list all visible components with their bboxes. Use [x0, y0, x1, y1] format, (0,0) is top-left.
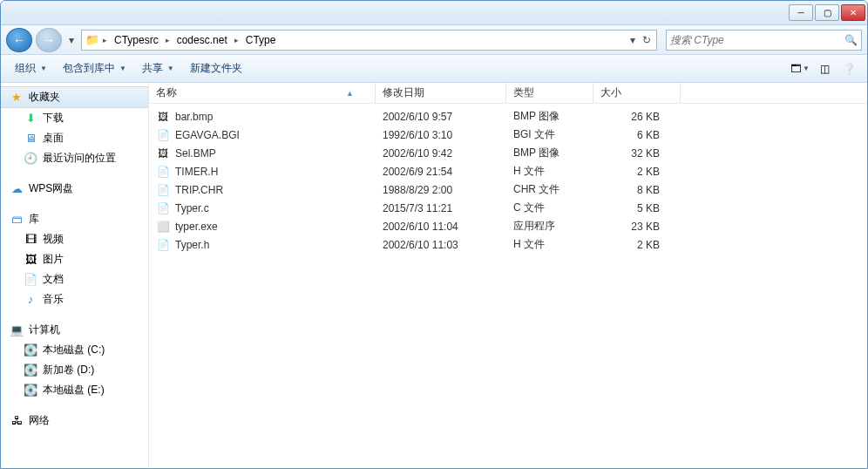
table-row[interactable]: 📄EGAVGA.BGI1992/6/10 3:10BGI 文件6 KB	[149, 126, 867, 144]
chevron-down-icon: ▼	[167, 65, 174, 72]
folder-icon: 📁	[85, 33, 99, 47]
file-icon: 📄	[156, 128, 170, 142]
file-type-cell: H 文件	[506, 237, 593, 252]
maximize-button[interactable]: ▢	[815, 4, 839, 21]
sidebar-item-label: 文档	[43, 272, 64, 287]
sidebar-item-videos[interactable]: 🎞视频	[1, 229, 148, 249]
share-button[interactable]: 共享▼	[135, 58, 181, 78]
table-row[interactable]: 🖼bar.bmp2002/6/10 9:57BMP 图像26 KB	[149, 107, 867, 126]
file-icon: 📄	[156, 238, 170, 252]
file-name: Sel.BMP	[175, 147, 216, 160]
sidebar-item-pictures[interactable]: 🖼图片	[1, 249, 148, 269]
network-icon: 🖧	[10, 414, 24, 428]
file-type-cell: BMP 图像	[506, 109, 593, 124]
share-label: 共享	[142, 61, 163, 76]
column-header-name[interactable]: 名称▲	[149, 83, 376, 103]
chevron-down-icon: ▼	[119, 65, 126, 72]
breadcrumb-seg[interactable]: CType	[241, 31, 281, 50]
pane-icon: ◫	[820, 63, 830, 75]
column-header-date[interactable]: 修改日期	[376, 83, 506, 103]
recent-icon: 🕘	[24, 152, 37, 166]
sidebar-item-label: 下载	[43, 111, 64, 126]
sidebar-item-drive-e[interactable]: 💽本地磁盘 (E:)	[1, 380, 148, 400]
table-row[interactable]: 📄TRIP.CHR1988/8/29 2:00CHR 文件8 KB	[149, 180, 867, 199]
refresh-icon: ↻	[642, 34, 651, 46]
back-button[interactable]: ←	[6, 28, 32, 52]
view-options-button[interactable]: 🗔▼	[789, 59, 811, 78]
file-name-cell: 📄EGAVGA.BGI	[149, 128, 376, 142]
file-name-cell: 📄Typer.h	[149, 238, 376, 252]
table-row[interactable]: 🖼Sel.BMP2002/6/10 9:42BMP 图像32 KB	[149, 144, 867, 162]
address-bar[interactable]: 📁 ▸ CTypesrc ▸ codesc.net ▸ CType ▾ ↻	[81, 30, 657, 51]
sidebar-computer-header[interactable]: 💻计算机	[1, 320, 148, 340]
sidebar-libraries-header[interactable]: 🗃库	[1, 209, 148, 229]
titlebar: ─ ▢ ✕	[1, 1, 867, 25]
table-row[interactable]: 📄TIMER.H2002/6/9 21:54H 文件2 KB	[149, 162, 867, 180]
breadcrumb-sep-icon: ▸	[233, 36, 241, 44]
breadcrumb-seg[interactable]: CTypesrc	[109, 31, 164, 50]
table-row[interactable]: 📄Typer.c2015/7/3 11:21C 文件5 KB	[149, 199, 867, 217]
drive-icon: 💽	[24, 343, 37, 357]
pictures-icon: 🖼	[24, 253, 37, 267]
organize-label: 组织	[15, 61, 36, 76]
column-header-size[interactable]: 大小	[593, 83, 681, 103]
download-icon: ⬇	[24, 112, 37, 126]
forward-button[interactable]: →	[36, 28, 62, 52]
sidebar-item-label: 本地磁盘 (C:)	[43, 343, 105, 357]
sidebar-favorites-header[interactable]: ★收藏夹	[1, 86, 148, 108]
new-folder-button[interactable]: 新建文件夹	[183, 58, 249, 78]
sidebar-item-downloads[interactable]: ⬇下载	[1, 108, 148, 128]
chevron-down-icon: ▼	[40, 65, 47, 72]
file-size-cell: 23 KB	[593, 221, 681, 233]
breadcrumb-seg[interactable]: codesc.net	[172, 31, 233, 50]
sidebar-item-label: WPS网盘	[29, 181, 73, 196]
file-date-cell: 1988/8/29 2:00	[376, 184, 506, 196]
sidebar-item-documents[interactable]: 📄文档	[1, 269, 148, 289]
sidebar-item-music[interactable]: ♪音乐	[1, 289, 148, 309]
sidebar-item-wps[interactable]: ☁WPS网盘	[1, 179, 148, 199]
organize-button[interactable]: 组织▼	[8, 58, 54, 78]
minimize-icon: ─	[797, 8, 804, 17]
star-icon: ★	[10, 91, 24, 105]
column-label: 修改日期	[383, 85, 424, 100]
file-name-cell: 🖼bar.bmp	[149, 110, 376, 124]
desktop-icon: 🖥	[24, 132, 37, 146]
sidebar-item-network[interactable]: 🖧网络	[1, 411, 148, 431]
file-name-cell: ⬜typer.exe	[149, 220, 376, 234]
documents-icon: 📄	[24, 273, 37, 287]
sidebar-item-drive-c[interactable]: 💽本地磁盘 (C:)	[1, 340, 148, 360]
sidebar-item-desktop[interactable]: 🖥桌面	[1, 128, 148, 148]
close-button[interactable]: ✕	[841, 4, 865, 21]
file-list: 🖼bar.bmp2002/6/10 9:57BMP 图像26 KB📄EGAVGA…	[149, 104, 867, 254]
table-row[interactable]: ⬜typer.exe2002/6/10 11:04应用程序23 KB	[149, 217, 867, 235]
sidebar-item-recent[interactable]: 🕘最近访问的位置	[1, 148, 148, 168]
file-name-cell: 📄TIMER.H	[149, 165, 376, 179]
help-button[interactable]: ❔	[837, 59, 860, 78]
search-input[interactable]	[670, 34, 844, 46]
preview-pane-button[interactable]: ◫	[813, 59, 836, 78]
column-header-type[interactable]: 类型	[506, 83, 593, 103]
sidebar-item-label: 本地磁盘 (E:)	[43, 383, 105, 398]
sidebar-item-drive-d[interactable]: 💽新加卷 (D:)	[1, 360, 148, 380]
column-label: 类型	[513, 85, 534, 100]
refresh-button[interactable]: ↻	[639, 34, 654, 46]
help-icon: ❔	[843, 63, 856, 75]
search-box[interactable]: 🔍	[666, 30, 862, 51]
column-label: 名称	[156, 85, 177, 100]
view-icon: 🗔	[790, 63, 801, 75]
sidebar-item-label: 网络	[29, 413, 50, 428]
minimize-button[interactable]: ─	[789, 4, 813, 21]
column-header-row: 名称▲ 修改日期 类型 大小	[149, 83, 867, 104]
nav-history-dropdown[interactable]: ▾	[65, 28, 78, 52]
file-name: EGAVGA.BGI	[175, 129, 240, 141]
file-date-cell: 2002/6/10 9:57	[376, 111, 506, 123]
include-button[interactable]: 包含到库中▼	[56, 58, 133, 78]
libraries-icon: 🗃	[10, 213, 24, 227]
file-name-cell: 📄Typer.c	[149, 201, 376, 215]
search-icon: 🔍	[844, 34, 858, 46]
file-size-cell: 32 KB	[593, 147, 681, 160]
sidebar-group-network: 🖧网络	[1, 411, 148, 431]
file-name: Typer.h	[175, 239, 209, 251]
table-row[interactable]: 📄Typer.h2002/6/10 11:03H 文件2 KB	[149, 235, 867, 254]
address-dropdown[interactable]: ▾	[627, 34, 639, 46]
